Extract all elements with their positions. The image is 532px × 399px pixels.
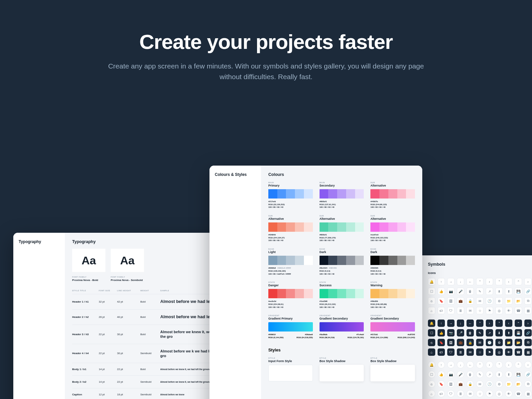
camera-icon[interactable]: 📷: [447, 288, 455, 295]
trash-icon[interactable]: 🗑: [466, 329, 474, 336]
external-icon[interactable]: ↗: [486, 371, 493, 378]
camera-icon[interactable]: 📷: [447, 329, 455, 336]
tag-icon[interactable]: 🏷: [438, 348, 445, 356]
chevron-up-icon[interactable]: ⌃: [515, 361, 522, 368]
link-icon[interactable]: 🔗: [524, 329, 532, 336]
shield-icon[interactable]: 🛡: [447, 348, 455, 356]
bell-icon[interactable]: 🔔: [428, 361, 435, 368]
arrow-down-icon[interactable]: ↓: [457, 361, 464, 368]
edit-icon[interactable]: ✎: [476, 329, 483, 336]
arrow-up-icon[interactable]: ↑: [438, 320, 445, 327]
thumb-up-icon[interactable]: 👍: [438, 288, 445, 295]
bell-icon[interactable]: 🔔: [428, 320, 435, 327]
link-icon[interactable]: 🔗: [524, 371, 532, 378]
logout-icon[interactable]: ⎋: [428, 339, 435, 346]
chevron-right-icon[interactable]: ›: [524, 320, 532, 327]
upload-icon[interactable]: ⬆: [505, 288, 512, 295]
clock-icon[interactable]: 🕐: [486, 380, 493, 388]
inbox-icon[interactable]: ☐: [428, 288, 435, 295]
shield-icon[interactable]: 🛡: [447, 307, 455, 314]
lock-icon[interactable]: 🔒: [466, 297, 474, 305]
camera-icon[interactable]: 📷: [447, 371, 455, 378]
caret-left-icon[interactable]: ‹: [505, 320, 512, 327]
mic-icon[interactable]: 🎤: [457, 371, 464, 378]
phone-icon[interactable]: ☎: [515, 390, 522, 397]
bookmark-icon[interactable]: 🔖: [438, 339, 445, 346]
inbox-icon[interactable]: ☐: [428, 371, 435, 378]
caret-down-icon[interactable]: ˅: [495, 361, 503, 368]
folder-open-icon[interactable]: 📂: [515, 380, 522, 388]
gear-icon[interactable]: ⚙: [495, 339, 503, 346]
trash-icon[interactable]: 🗑: [466, 288, 474, 295]
flag-icon[interactable]: ⚑: [486, 348, 493, 356]
trash-icon[interactable]: 🗑: [466, 371, 474, 378]
upload-icon[interactable]: ⬆: [505, 371, 512, 378]
save-icon[interactable]: 💾: [515, 371, 522, 378]
target-icon[interactable]: ◎: [495, 390, 503, 397]
edit-icon[interactable]: ✎: [476, 371, 483, 378]
arrow-down-icon[interactable]: ↓: [457, 278, 464, 285]
folder-open-icon[interactable]: 📂: [515, 297, 522, 305]
envelope-icon[interactable]: ✉: [466, 307, 474, 314]
caret-down-icon[interactable]: ˅: [495, 278, 503, 285]
external-icon[interactable]: ↗: [486, 329, 493, 336]
copy-icon[interactable]: ⧉: [524, 339, 532, 346]
download-icon[interactable]: ⬇: [495, 371, 503, 378]
arrow-left-icon[interactable]: ←: [466, 320, 474, 327]
home-icon[interactable]: ⌂: [428, 307, 435, 314]
folder-icon[interactable]: 📁: [505, 380, 512, 388]
caret-right-icon[interactable]: ›: [486, 320, 493, 327]
image-icon[interactable]: 🖼: [447, 380, 455, 388]
briefcase-icon[interactable]: 💼: [457, 297, 464, 305]
home-icon[interactable]: ⌂: [428, 390, 435, 397]
star-icon[interactable]: ☆: [476, 348, 483, 356]
caret-right-icon[interactable]: ›: [486, 361, 493, 368]
upload-icon[interactable]: ⬆: [505, 329, 512, 336]
caret-up-icon[interactable]: ˄: [476, 361, 483, 368]
target-icon[interactable]: ◎: [495, 307, 503, 314]
tag-icon[interactable]: 🏷: [438, 390, 445, 397]
caret-up-icon[interactable]: ˄: [476, 278, 483, 285]
layers-icon[interactable]: ≣: [457, 348, 464, 356]
lock-icon[interactable]: 🔒: [466, 380, 474, 388]
arrow-up-icon[interactable]: ↑: [438, 278, 445, 285]
flag-icon[interactable]: ⚑: [486, 307, 493, 314]
save-icon[interactable]: 💾: [515, 288, 522, 295]
mic-icon[interactable]: 🎤: [457, 329, 464, 336]
grid-icon[interactable]: ▦: [524, 348, 532, 356]
shield-icon[interactable]: 🛡: [447, 390, 455, 397]
phone-icon[interactable]: ☎: [515, 348, 522, 356]
mail-icon[interactable]: ✉: [476, 380, 483, 388]
chevron-right-icon[interactable]: ›: [524, 278, 532, 285]
eye-icon[interactable]: 👁: [505, 307, 512, 314]
folder-icon[interactable]: 📁: [505, 297, 512, 305]
eye-icon[interactable]: 👁: [505, 348, 512, 356]
logout-icon[interactable]: ⎋: [428, 297, 435, 305]
arrow-right-icon[interactable]: →: [447, 320, 455, 327]
image-icon[interactable]: 🖼: [447, 339, 455, 346]
envelope-icon[interactable]: ✉: [466, 390, 474, 397]
mail-icon[interactable]: ✉: [476, 297, 483, 305]
mail-icon[interactable]: ✉: [476, 339, 483, 346]
gear-icon[interactable]: ⚙: [495, 380, 503, 388]
layers-icon[interactable]: ≣: [457, 307, 464, 314]
star-icon[interactable]: ☆: [476, 390, 483, 397]
external-icon[interactable]: ↗: [486, 288, 493, 295]
inbox-icon[interactable]: ☐: [428, 329, 435, 336]
lock-icon[interactable]: 🔒: [466, 339, 474, 346]
download-icon[interactable]: ⬇: [495, 288, 503, 295]
bell-icon[interactable]: 🔔: [428, 278, 435, 285]
arrow-left-icon[interactable]: ←: [466, 278, 474, 285]
arrow-right-icon[interactable]: →: [447, 278, 455, 285]
logout-icon[interactable]: ⎋: [428, 380, 435, 388]
thumb-up-icon[interactable]: 👍: [438, 329, 445, 336]
layers-icon[interactable]: ≣: [457, 390, 464, 397]
arrow-left-icon[interactable]: ←: [466, 361, 474, 368]
caret-down-icon[interactable]: ˅: [495, 320, 503, 327]
star-icon[interactable]: ☆: [476, 307, 483, 314]
tag-icon[interactable]: 🏷: [438, 307, 445, 314]
bookmark-icon[interactable]: 🔖: [438, 297, 445, 305]
chevron-up-icon[interactable]: ⌃: [515, 320, 522, 327]
edit-icon[interactable]: ✎: [476, 288, 483, 295]
image-icon[interactable]: 🖼: [447, 297, 455, 305]
